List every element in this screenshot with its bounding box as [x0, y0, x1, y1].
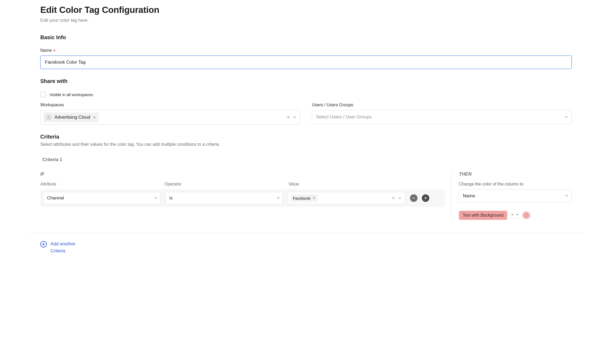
add-condition-button[interactable]	[422, 194, 429, 202]
workspaces-clear-icon[interactable]: ✕	[287, 115, 290, 120]
name-label: Name	[40, 48, 52, 53]
share-with-heading: Share with	[40, 78, 572, 84]
value-tag: Facebook ✕	[291, 195, 318, 202]
chevron-down-icon[interactable]	[564, 115, 568, 119]
add-criteria-button[interactable]: Add another Criteria	[40, 241, 572, 254]
workspaces-select[interactable]: Advertising Cloud ✕ ✕	[40, 110, 300, 125]
workspaces-label: Workspaces	[40, 103, 64, 107]
person-icon	[45, 114, 52, 121]
users-select[interactable]: Select Users / User Groups	[312, 110, 572, 124]
visible-all-checkbox[interactable]	[40, 92, 46, 97]
users-placeholder: Select Users / User Groups	[316, 114, 372, 120]
criteria-tab[interactable]: Criteria 1	[41, 154, 63, 165]
chevron-down-icon	[277, 195, 280, 201]
svg-rect-5	[42, 244, 45, 245]
then-label: THEN	[459, 172, 572, 177]
color-swatch[interactable]	[523, 212, 530, 219]
attribute-column-label: Attribute	[40, 182, 160, 187]
visible-all-label: Visible in all workspaces	[49, 92, 93, 97]
criteria-heading: Criteria	[40, 134, 572, 140]
basic-info-heading: Basic Info	[40, 34, 572, 41]
criteria-divider	[451, 172, 453, 220]
operator-select[interactable]: is	[165, 192, 283, 204]
section-divider	[30, 233, 582, 233]
criteria-description: Select attributes and their values for t…	[40, 142, 572, 147]
required-dot-icon	[53, 50, 55, 51]
chevron-down-icon	[565, 193, 568, 199]
chevron-down-icon[interactable]	[293, 115, 297, 119]
style-clear-icon[interactable]: ✕	[511, 213, 514, 217]
svg-point-0	[48, 116, 49, 117]
plus-circle-icon	[40, 241, 47, 247]
style-select-control[interactable]: ✕	[511, 212, 519, 218]
value-clear-icon[interactable]: ✕	[392, 196, 395, 201]
add-criteria-label: Add another Criteria	[51, 241, 83, 254]
plus-icon	[424, 196, 427, 200]
if-label: IF	[40, 172, 445, 177]
style-chip[interactable]: Text with Background	[459, 211, 507, 220]
svg-rect-1	[413, 198, 415, 198]
chevron-down-icon	[154, 195, 157, 201]
workspace-chip-remove-icon[interactable]: ✕	[93, 115, 96, 119]
workspace-chip: Advertising Cloud ✕	[43, 112, 99, 122]
workspace-chip-label: Advertising Cloud	[55, 115, 90, 120]
page-title: Edit Color Tag Configuration	[40, 5, 572, 15]
chevron-down-icon[interactable]	[516, 212, 519, 217]
operator-column-label: Operator	[164, 182, 284, 187]
svg-rect-3	[424, 198, 427, 198]
value-tag-remove-icon[interactable]: ✕	[313, 196, 315, 200]
value-column-label: Value	[289, 182, 408, 187]
change-column-label: Change the color of the column to	[459, 182, 523, 187]
attribute-select[interactable]: Channel	[43, 192, 160, 204]
page-subtitle: Edit your color tag here.	[40, 18, 572, 23]
users-label: Users / Users Groups	[312, 103, 353, 107]
operator-value: is	[169, 195, 172, 201]
value-tag-label: Facebook	[293, 196, 311, 201]
chevron-down-icon[interactable]	[398, 196, 402, 200]
value-select[interactable]: Facebook ✕ ✕	[288, 192, 405, 204]
name-input[interactable]	[40, 56, 572, 69]
minus-icon	[412, 196, 415, 200]
attribute-value: Channel	[47, 195, 64, 201]
column-select[interactable]: Name	[459, 189, 572, 203]
column-value: Name	[463, 193, 475, 199]
remove-condition-button[interactable]	[410, 194, 417, 202]
